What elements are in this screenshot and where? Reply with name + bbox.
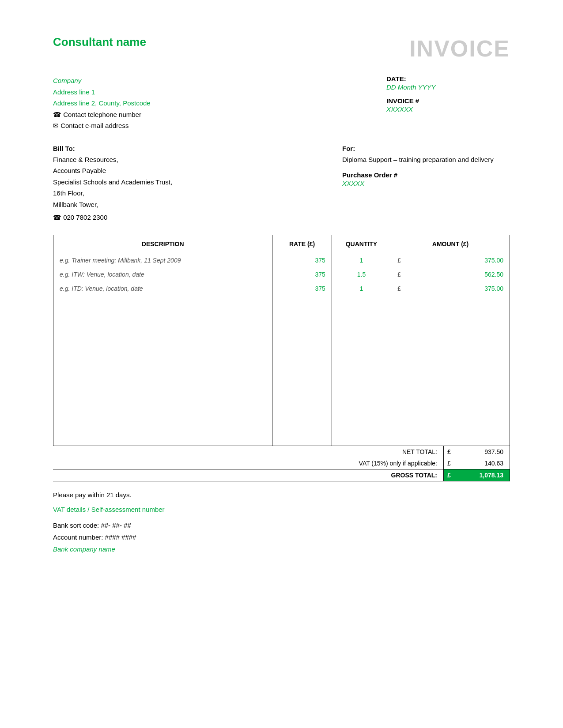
bill-line-2: Accounts Payable — [53, 165, 194, 176]
bill-line-4: 16th Floor, — [53, 188, 194, 199]
row-amount: £ 375.00 — [391, 253, 510, 268]
bill-line-1: Finance & Resources, — [53, 154, 194, 165]
purchase-order-label: Purchase Order # — [342, 171, 510, 179]
table-header-row: DESCRIPTION RATE (£) QUANTITY AMOUNT (£) — [53, 235, 510, 253]
for-section: For: Diploma Support – training preparat… — [342, 145, 510, 222]
row-description: e.g. ITD: Venue, location, date — [53, 281, 272, 296]
empty-row — [53, 386, 510, 401]
header-amount: AMOUNT (£) — [391, 235, 510, 253]
bill-line-5: Millbank Tower, — [53, 199, 194, 210]
email-icon: ✉ — [53, 122, 60, 129]
invoice-hash-value: XXXXXX — [386, 105, 510, 113]
row-quantity: 1.5 — [332, 267, 391, 281]
header-section: Consultant name INVOICE — [53, 35, 510, 62]
bank-details: Bank sort code: ##- ##- ## Account numbe… — [53, 519, 510, 555]
net-currency: £ — [444, 446, 457, 458]
gross-label: GROSS TOTAL: — [100, 469, 444, 481]
footer-section: Please pay within 21 days. VAT details /… — [53, 491, 510, 555]
empty-row — [53, 371, 510, 386]
row-rate: 375 — [272, 267, 332, 281]
empty-row — [53, 296, 510, 311]
bill-to-content: Finance & Resources, Accounts Payable Sp… — [53, 154, 194, 210]
table-row: e.g. ITW: Venue, location, date 375 1.5 … — [53, 267, 510, 281]
row-quantity: 1 — [332, 253, 391, 268]
header-quantity: QUANTITY — [332, 235, 391, 253]
empty-row — [53, 416, 510, 431]
net-value: 937.50 — [457, 446, 510, 458]
empty-row — [53, 341, 510, 356]
header-rate: RATE (£) — [272, 235, 332, 253]
gross-currency: £ — [444, 469, 457, 481]
vat-value: 140.63 — [457, 458, 510, 469]
vat-details: VAT details / Self-assessment number — [53, 506, 510, 513]
bank-company-name: Bank company name — [53, 543, 510, 555]
bill-for-section: Bill To: Finance & Resources, Accounts P… — [53, 145, 510, 222]
header-description: DESCRIPTION — [53, 235, 272, 253]
pay-within: Please pay within 21 days. — [53, 491, 510, 499]
row-quantity: 1 — [332, 281, 391, 296]
bill-to: Bill To: Finance & Resources, Accounts P… — [53, 145, 194, 222]
address-right: DATE: DD Month YYYY INVOICE # XXXXXX — [386, 75, 510, 131]
row-amount: £ 562.50 — [391, 267, 510, 281]
vat-row: VAT (15%) only if applicable: £ 140.63 — [53, 458, 510, 469]
date-label: DATE: — [386, 75, 510, 83]
address-email: ✉ Contact e-mail address — [53, 120, 151, 131]
net-total-label: NET TOTAL: — [100, 446, 444, 458]
gross-row: GROSS TOTAL: £ 1,078.13 — [53, 469, 510, 481]
address-phone: ☎ Contact telephone number — [53, 109, 151, 120]
table-row: e.g. ITD: Venue, location, date 375 1 £ … — [53, 281, 510, 296]
totals-section: NET TOTAL: £ 937.50 VAT (15%) only if ap… — [53, 446, 510, 481]
account-number: Account number: #### #### — [53, 531, 510, 543]
empty-row — [53, 311, 510, 326]
address-section: Company Address line 1 Address line 2, C… — [53, 75, 510, 131]
row-rate: 375 — [272, 253, 332, 268]
table-row: e.g. Trainer meeting: Millbank, 11 Sept … — [53, 253, 510, 268]
company-name: Company — [53, 75, 151, 86]
net-total-row: NET TOTAL: £ 937.50 — [53, 446, 510, 458]
for-description: Diploma Support – training preparation a… — [342, 156, 510, 163]
empty-row — [53, 326, 510, 341]
invoice-hash-label: INVOICE # — [386, 97, 510, 105]
invoice-table: DESCRIPTION RATE (£) QUANTITY AMOUNT (£)… — [53, 235, 510, 446]
empty-row — [53, 431, 510, 446]
address-left: Company Address line 1 Address line 2, C… — [53, 75, 151, 131]
empty-row — [53, 356, 510, 371]
purchase-order-value: XXXXX — [342, 180, 510, 187]
empty-row — [53, 401, 510, 416]
bill-to-label: Bill To: — [53, 145, 194, 152]
row-rate: 375 — [272, 281, 332, 296]
vat-currency: £ — [444, 458, 457, 469]
invoice-title: INVOICE — [409, 35, 510, 62]
bank-sort-code: Bank sort code: ##- ##- ## — [53, 519, 510, 531]
phone-icon: ☎ — [53, 111, 63, 118]
vat-label: VAT (15%) only if applicable: — [100, 458, 444, 469]
bill-line-3: Specialist Schools and Academies Trust, — [53, 176, 194, 188]
row-description: e.g. Trainer meeting: Millbank, 11 Sept … — [53, 253, 272, 268]
gross-value: 1,078.13 — [457, 469, 510, 481]
row-amount: £ 375.00 — [391, 281, 510, 296]
consultant-name: Consultant name — [53, 35, 146, 49]
address-line2: Address line 2, County, Postcode — [53, 98, 151, 109]
bill-phone: ☎ 020 7802 2300 — [53, 214, 194, 221]
date-value: DD Month YYYY — [386, 83, 510, 91]
address-line1: Address line 1 — [53, 86, 151, 98]
for-label: For: — [342, 145, 510, 152]
row-description: e.g. ITW: Venue, location, date — [53, 267, 272, 281]
